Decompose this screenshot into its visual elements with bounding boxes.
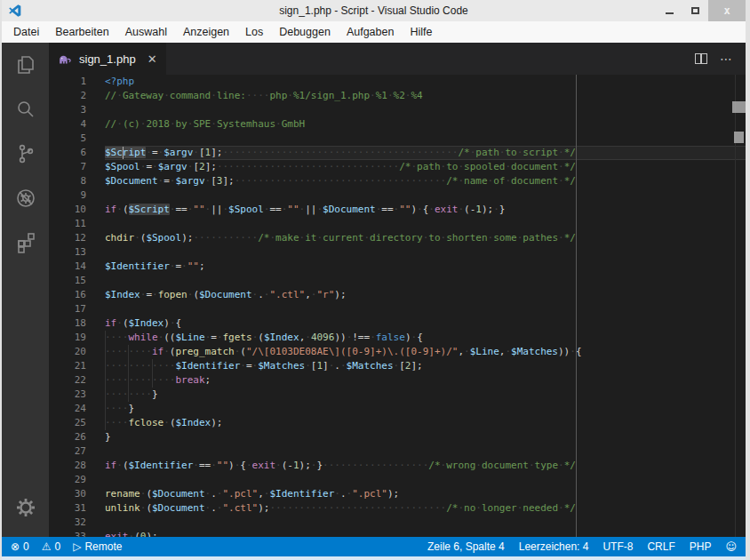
line-number: 9 xyxy=(49,188,86,203)
tab-close-icon[interactable]: ✕ xyxy=(148,52,157,66)
code-row: 11 xyxy=(49,217,746,231)
line-number: 30 xyxy=(49,487,86,501)
status-encoding[interactable]: UTF-8 xyxy=(602,540,633,553)
line-number: 23 xyxy=(49,388,86,402)
line-number: 27 xyxy=(49,444,86,459)
status-indentation[interactable]: Leerzeichen: 4 xyxy=(519,540,589,553)
code-row: 6$Script·=·$argv·[1];···················… xyxy=(49,146,746,160)
code-row: 30rename·($Document·.·".pcl",·$Identifie… xyxy=(49,487,746,501)
code-row: 4//·(c)·2018·by·SPE·Systemhaus·GmbH xyxy=(49,117,746,132)
search-icon[interactable] xyxy=(2,87,49,132)
code-row: 9 xyxy=(49,188,746,203)
play-icon: ▷ xyxy=(73,540,81,553)
line-number: 4 xyxy=(49,117,86,132)
source-control-icon[interactable] xyxy=(2,132,49,176)
status-eol-label: CRLF xyxy=(647,540,674,553)
line-number: 33 xyxy=(49,530,86,537)
tab-sign_1-php[interactable]: sign_1.php ✕ xyxy=(49,43,166,75)
menu-item-anzeigen[interactable]: Anzeigen xyxy=(175,21,237,43)
line-number: 20 xyxy=(49,345,86,359)
line-number: 11 xyxy=(49,217,86,231)
code-row: 19····while·(($Line·=·fgets·($Index,·409… xyxy=(49,331,746,345)
menu-item-bearbeiten[interactable]: Bearbeiten xyxy=(47,21,116,43)
line-number: 29 xyxy=(49,473,86,487)
status-remote-label: Remote xyxy=(84,540,122,553)
maximize-button[interactable] xyxy=(682,0,708,21)
status-left: ⊗0⚠0▷Remote xyxy=(11,540,134,553)
line-number: 24 xyxy=(49,402,86,416)
status-indentation-label: Leerzeichen: 4 xyxy=(519,540,589,553)
status-language[interactable]: PHP xyxy=(690,540,712,553)
code-row: 18if·($Index)·{ xyxy=(49,316,746,331)
code-row: 17 xyxy=(49,302,746,316)
window-title: sign_1.php - Script - Visual Studio Code xyxy=(2,4,746,17)
line-number: 10 xyxy=(49,203,86,217)
code-row: 8$Document·=·$argv·[3];·················… xyxy=(49,174,746,188)
line-number: 3 xyxy=(49,103,86,117)
window-bottom-border xyxy=(2,556,746,560)
code-row: 7$Spool·=·$argv·[2];····················… xyxy=(49,160,746,174)
status-feedback[interactable]: ☺ xyxy=(725,540,737,553)
code-row: 2//·Gateway·command·line:····php·%1/sign… xyxy=(49,89,746,103)
menu-item-los[interactable]: Los xyxy=(237,21,271,43)
line-number: 26 xyxy=(49,430,86,444)
code-row: 28if·($Identifier·==·"")·{·exit·(-1);·}·… xyxy=(49,459,746,473)
code-row: 16$Index·=·fopen·($Document·.·".ctl",·"r… xyxy=(49,288,746,302)
status-warnings-label: 0 xyxy=(55,540,61,553)
text-cursor xyxy=(123,147,124,159)
menu-bar: DateiBearbeitenAuswahlAnzeigenLosDebugge… xyxy=(2,21,746,43)
settings-gear-icon[interactable] xyxy=(2,485,49,530)
line-number: 15 xyxy=(49,274,86,288)
code-row: 22············break; xyxy=(49,373,746,388)
code-editor[interactable]: 1<?php2//·Gateway·command·line:····php·%… xyxy=(49,75,746,537)
code-row: 14$Identifier·=·""; xyxy=(49,260,746,274)
line-number: 14 xyxy=(49,260,86,274)
code-row: 23········} xyxy=(49,388,746,402)
code-row: 32 xyxy=(49,516,746,530)
code-row: 27 xyxy=(49,444,746,459)
code-row: 24····} xyxy=(49,402,746,416)
menu-item-debuggen[interactable]: Debuggen xyxy=(271,21,339,43)
line-number: 28 xyxy=(49,459,86,473)
line-number: 16 xyxy=(49,288,86,302)
line-number: 2 xyxy=(49,89,86,103)
code-row: 33exit·(0); xyxy=(49,530,746,537)
line-number: 12 xyxy=(49,231,86,245)
explorer-icon[interactable] xyxy=(2,43,49,87)
menu-item-aufgaben[interactable]: Aufgaben xyxy=(339,21,403,43)
line-number: 17 xyxy=(49,302,86,316)
status-eol[interactable]: CRLF xyxy=(647,540,674,553)
more-actions-icon[interactable]: ⋯ xyxy=(720,52,733,66)
php-elephant-icon xyxy=(58,53,73,65)
line-number: 32 xyxy=(49,516,86,530)
menu-item-hilfe[interactable]: Hilfe xyxy=(402,21,440,43)
code-row: 1<?php xyxy=(49,75,746,89)
overview-decoration xyxy=(732,101,746,113)
tab-bar: sign_1.php ✕ ⋯ xyxy=(49,43,746,75)
status-cursor-position[interactable]: Zeile 6, Spalte 4 xyxy=(427,540,505,553)
code-row: 26} xyxy=(49,430,746,444)
title-bar: sign_1.php - Script - Visual Studio Code… xyxy=(2,0,746,21)
line-number: 5 xyxy=(49,132,86,146)
close-button[interactable]: x xyxy=(708,0,746,21)
split-editor-icon[interactable] xyxy=(695,53,707,64)
status-errors-label: 0 xyxy=(23,540,29,553)
line-number: 6 xyxy=(49,146,86,160)
error-icon: ⊗ xyxy=(11,540,20,553)
status-language-label: PHP xyxy=(690,540,712,553)
code-row: 31unlink·($Document·.·".ctl");··········… xyxy=(49,501,746,516)
smiley-icon: ☺ xyxy=(725,540,737,553)
code-row: 10if·($Script·==·""·||·$Spool·==·""·||·$… xyxy=(49,203,746,217)
status-errors[interactable]: ⊗0 xyxy=(11,540,29,553)
overview-ruler-border xyxy=(735,75,736,537)
menu-item-auswahl[interactable]: Auswahl xyxy=(117,21,175,43)
minimize-button[interactable] xyxy=(657,0,682,21)
status-remote[interactable]: ▷Remote xyxy=(73,540,122,553)
status-warnings[interactable]: ⚠0 xyxy=(42,540,60,553)
warning-icon: ⚠ xyxy=(42,540,52,553)
menu-item-datei[interactable]: Datei xyxy=(5,21,47,43)
column-ruler xyxy=(576,75,577,537)
line-number: 31 xyxy=(49,501,86,516)
extensions-icon[interactable] xyxy=(2,220,49,265)
debug-icon[interactable] xyxy=(2,176,49,220)
